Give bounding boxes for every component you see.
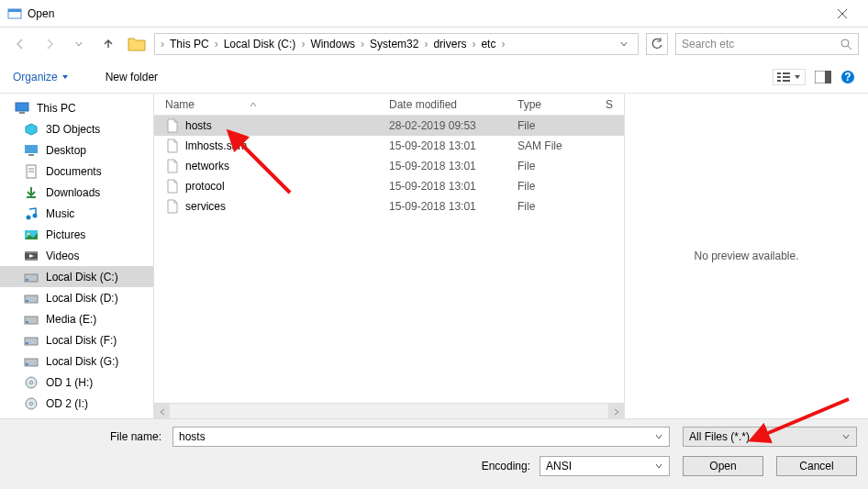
videos-icon [24, 249, 39, 263]
sidebar-item[interactable]: Videos [0, 245, 153, 266]
sidebar-item-label: Local Disk (C:) [46, 271, 118, 283]
sidebar-item[interactable]: Downloads [0, 182, 153, 203]
svg-rect-11 [783, 80, 790, 82]
preview-pane: No preview available. [624, 94, 868, 418]
file-type-filter[interactable]: All Files (*.*) [683, 427, 857, 447]
file-row[interactable]: services15-09-2018 13:01File [154, 196, 624, 217]
sidebar-item-label: Downloads [46, 186, 100, 199]
svg-point-44 [30, 402, 33, 405]
sidebar-item[interactable]: Media (E:) [0, 308, 153, 329]
sidebar-this-pc[interactable]: This PC [0, 97, 153, 118]
svg-rect-40 [26, 363, 28, 365]
sidebar-item[interactable]: Local Disk (G:) [0, 350, 153, 372]
col-type[interactable]: Type [517, 98, 606, 111]
sidebar-item-label: Pictures [46, 228, 85, 241]
file-name: lmhosts.sam [185, 139, 247, 152]
sidebar-item-label: Documents [46, 165, 102, 178]
encoding-select[interactable]: ANSI [540, 456, 670, 476]
col-size[interactable]: S [606, 98, 624, 111]
file-row[interactable]: protocol15-09-2018 13:01File [154, 176, 624, 196]
col-date[interactable]: Date modified [389, 98, 517, 111]
svg-rect-7 [777, 76, 781, 78]
svg-point-25 [33, 213, 38, 217]
sidebar-item[interactable]: Desktop [0, 139, 153, 161]
breadcrumb-segment[interactable]: System32 [366, 38, 422, 50]
sidebar-item[interactable]: Pictures [0, 224, 153, 245]
downloads-icon [24, 185, 39, 200]
sidebar-item-label: Local Disk (G:) [46, 355, 118, 368]
sidebar-item[interactable]: OD 2 (I:) [0, 393, 153, 414]
svg-rect-8 [777, 80, 781, 82]
breadcrumb-segment[interactable]: Local Disk (C:) [220, 38, 300, 50]
up-button[interactable] [97, 33, 119, 55]
close-button[interactable] [824, 0, 861, 28]
scroll-right-icon[interactable] [608, 404, 624, 419]
bottom-panel: File name: hosts All Files (*.*) Encodin… [0, 418, 868, 489]
file-list[interactable]: hosts28-02-2019 09:53Filelmhosts.sam15-0… [154, 116, 624, 403]
desktop-icon [24, 143, 39, 158]
svg-rect-18 [25, 145, 38, 153]
svg-rect-38 [26, 342, 28, 344]
3d-icon [24, 122, 39, 137]
filename-input[interactable]: hosts [172, 427, 670, 447]
svg-rect-32 [26, 279, 28, 281]
refresh-button[interactable] [646, 33, 668, 55]
preview-pane-toggle[interactable] [815, 71, 831, 83]
pictures-icon [24, 228, 39, 242]
breadcrumb-segment[interactable]: This PC [166, 38, 213, 50]
svg-rect-17 [19, 112, 25, 114]
cd-icon [24, 396, 39, 411]
address-bar[interactable]: › This PC›Local Disk (C:)›Windows›System… [154, 33, 639, 55]
file-name: protocol [185, 180, 225, 193]
music-icon [24, 206, 39, 221]
view-mode-selector[interactable] [773, 69, 806, 85]
disk-icon [24, 354, 39, 369]
open-button[interactable]: Open [683, 456, 763, 476]
sidebar-item[interactable]: OD 1 (H:) [0, 372, 153, 393]
column-headers[interactable]: Name Date modified Type S [154, 94, 624, 116]
address-dropdown[interactable] [614, 39, 634, 49]
file-row[interactable]: lmhosts.sam15-09-2018 13:01SAM File [154, 136, 624, 156]
app-icon [7, 6, 22, 21]
horizontal-scrollbar[interactable] [154, 403, 624, 418]
sidebar-item[interactable]: Local Disk (D:) [0, 287, 153, 308]
recent-dropdown[interactable] [68, 33, 90, 55]
titlebar: Open [0, 0, 868, 28]
scroll-left-icon[interactable] [154, 404, 170, 419]
svg-point-42 [30, 381, 33, 383]
sidebar-item[interactable]: 3D Objects [0, 118, 153, 139]
sidebar-item[interactable]: Local Disk (C:) [0, 266, 153, 287]
sidebar-item-label: Desktop [46, 144, 86, 157]
breadcrumb-segment[interactable]: drivers [429, 38, 470, 50]
cancel-button[interactable]: Cancel [776, 456, 857, 476]
disk-icon [24, 333, 39, 348]
file-type: File [517, 119, 606, 132]
breadcrumb-separator: › [499, 38, 506, 50]
chevron-down-icon [654, 461, 663, 471]
folder-icon [127, 34, 147, 54]
help-button[interactable]: ? [840, 70, 855, 84]
sidebar-item-label: Local Disk (D:) [46, 292, 118, 305]
forward-button[interactable] [39, 33, 61, 55]
window-title: Open [28, 7, 824, 20]
breadcrumb-segment[interactable]: Windows [306, 38, 359, 50]
breadcrumb-separator: › [213, 38, 220, 50]
file-list-pane: Name Date modified Type S hosts28-02-201… [154, 94, 624, 418]
breadcrumb-segment[interactable]: etc [477, 38, 499, 50]
col-name[interactable]: Name [165, 98, 195, 111]
sidebar-item[interactable]: Music [0, 203, 153, 224]
sort-indicator-icon [250, 101, 257, 108]
file-icon [165, 179, 180, 194]
back-button[interactable] [9, 33, 31, 55]
search-input[interactable]: Search etc [675, 33, 859, 55]
file-row[interactable]: hosts28-02-2019 09:53File [154, 116, 624, 136]
file-icon [165, 139, 180, 153]
organize-menu[interactable]: Organize [13, 71, 69, 83]
sidebar-item[interactable]: Documents [0, 161, 153, 182]
file-row[interactable]: networks15-09-2018 13:01File [154, 156, 624, 176]
svg-rect-36 [26, 321, 28, 323]
new-folder-button[interactable]: New folder [106, 71, 158, 83]
svg-rect-29 [25, 251, 38, 253]
nav-row: › This PC›Local Disk (C:)›Windows›System… [0, 28, 868, 61]
sidebar-item[interactable]: Local Disk (F:) [0, 329, 153, 350]
